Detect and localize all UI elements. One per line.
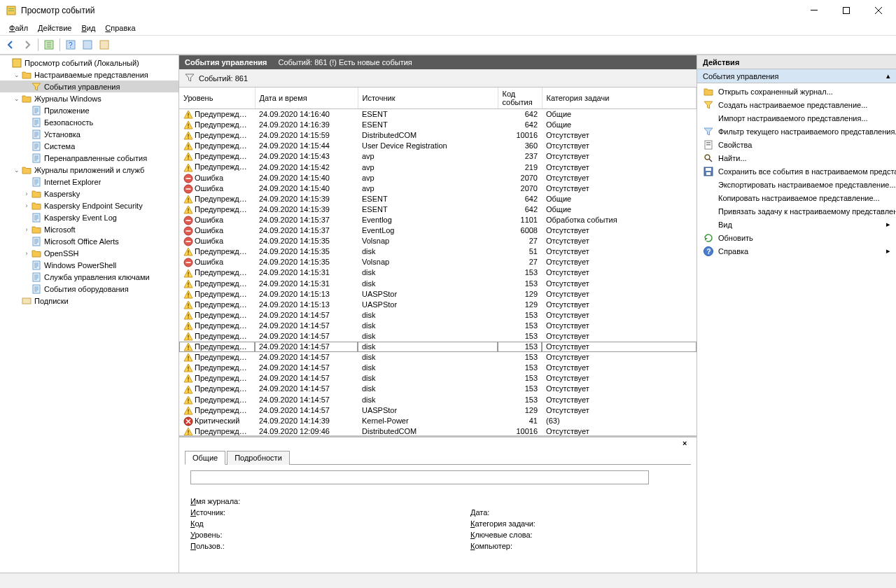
tree-app-logs[interactable]: ⌄ Журналы приложений и служб xyxy=(0,164,178,176)
tree-toggle-icon[interactable]: ⌄ xyxy=(13,71,21,78)
event-row[interactable]: Предупреждение 24.09.2020 14:15:42 avp 2… xyxy=(179,162,696,172)
event-row[interactable]: Предупреждение 24.09.2020 12:09:46 Distr… xyxy=(179,426,696,435)
event-row[interactable]: Предупреждение 24.09.2020 14:14:57 disk … xyxy=(179,395,696,405)
action-item[interactable]: Экспортировать настраиваемое представлен… xyxy=(697,178,896,191)
event-row[interactable]: Предупреждение 24.09.2020 14:15:31 disk … xyxy=(179,267,696,278)
event-row[interactable]: Ошибка 24.09.2020 14:15:40 avp 2070 Отсу… xyxy=(179,173,696,183)
tree-label: Kaspersky Event Log xyxy=(44,214,117,222)
details-body[interactable]: Имя журнала: Источник: Дата: Код Категор… xyxy=(179,465,696,573)
lbl-computer: Компьютер: xyxy=(470,542,610,550)
event-row[interactable]: Ошибка 24.09.2020 14:15:40 avp 2070 Отсу… xyxy=(179,183,696,194)
tree-toggle-icon[interactable]: › xyxy=(22,226,31,233)
event-row[interactable]: Предупреждение 24.09.2020 14:14:57 disk … xyxy=(179,342,696,352)
event-row[interactable]: Ошибка 24.09.2020 14:15:35 Volsnap 27 От… xyxy=(179,236,696,246)
tree-custom-views[interactable]: ⌄ Настраиваемые представления xyxy=(0,69,178,80)
event-row[interactable]: Предупреждение 24.09.2020 14:15:31 disk … xyxy=(179,279,696,289)
tree-toggle-icon[interactable]: ⌄ xyxy=(13,167,21,174)
event-row[interactable]: Предупреждение 24.09.2020 14:15:59 Distr… xyxy=(179,130,696,141)
event-row[interactable]: Предупреждение 24.09.2020 14:14:57 disk … xyxy=(179,331,696,342)
tree-item[interactable]: События оборудования xyxy=(0,283,178,295)
tab-details[interactable]: Подробности xyxy=(227,451,290,465)
tree-subscriptions[interactable]: Подписки xyxy=(0,295,178,307)
tree-item[interactable]: › OpenSSH xyxy=(0,247,178,259)
close-button[interactable] xyxy=(862,0,895,21)
event-row[interactable]: Ошибка 24.09.2020 14:15:37 Eventlog 1101… xyxy=(179,215,696,225)
tree-item[interactable]: Windows PowerShell xyxy=(0,259,178,271)
tree-item[interactable]: Система xyxy=(0,140,178,152)
maximize-button[interactable] xyxy=(830,0,862,21)
tree-toggle-icon[interactable]: › xyxy=(22,202,31,209)
toolbar-icon[interactable] xyxy=(97,37,112,52)
event-row[interactable]: Ошибка 24.09.2020 14:15:35 Volsnap 27 От… xyxy=(179,257,696,267)
col-header-code[interactable]: Код события xyxy=(498,88,542,109)
event-row[interactable]: Предупреждение 24.09.2020 14:15:13 UASPS… xyxy=(179,300,696,310)
menu-file[interactable]: Файл xyxy=(4,22,33,34)
col-header-category[interactable]: Категория задачи xyxy=(542,88,696,109)
actions-subheader[interactable]: События управления ▴ xyxy=(697,69,896,83)
event-row[interactable]: Предупреждение 24.09.2020 14:15:13 UASPS… xyxy=(179,289,696,300)
menu-view[interactable]: Вид xyxy=(76,22,100,34)
events-scroll[interactable]: Уровень Дата и время Источник Код событи… xyxy=(179,88,696,435)
event-row[interactable]: Предупреждение 24.09.2020 14:15:43 avp 2… xyxy=(179,151,696,162)
event-row[interactable]: Предупреждение 24.09.2020 14:15:35 disk … xyxy=(179,246,696,257)
event-row[interactable]: Ошибка 24.09.2020 14:15:37 EventLog 6008… xyxy=(179,225,696,236)
back-button[interactable] xyxy=(3,37,18,52)
show-tree-button[interactable] xyxy=(41,37,57,52)
tree-item[interactable]: Перенаправленные события xyxy=(0,152,178,164)
tree-toggle-icon[interactable]: ⌄ xyxy=(13,95,21,102)
action-item[interactable]: Копировать настраиваемое представление..… xyxy=(697,191,896,204)
tree-item[interactable]: Приложение xyxy=(0,104,178,116)
tree-item[interactable]: Microsoft Office Alerts xyxy=(0,235,178,247)
event-row[interactable]: Предупреждение 24.09.2020 14:14:57 UASPS… xyxy=(179,405,696,416)
col-header-level[interactable]: Уровень xyxy=(179,88,255,109)
event-row[interactable]: Предупреждение 24.09.2020 14:15:39 ESENT… xyxy=(179,204,696,215)
event-row[interactable]: Предупреждение 24.09.2020 14:14:57 disk … xyxy=(179,321,696,331)
action-item[interactable]: Привязать задачу к настраиваемому предст… xyxy=(697,204,896,218)
tree-item[interactable]: Установка xyxy=(0,128,178,140)
minimize-button[interactable] xyxy=(798,0,830,21)
tree-toggle-icon[interactable]: › xyxy=(22,190,31,197)
action-item[interactable]: Сохранить все события в настраиваемом пр… xyxy=(697,164,896,178)
tree-item[interactable]: Безопасность xyxy=(0,116,178,128)
tree-item[interactable]: Kaspersky Event Log xyxy=(0,211,178,223)
col-header-datetime[interactable]: Дата и время xyxy=(255,88,358,109)
action-item[interactable]: Создать настраиваемое представление... xyxy=(697,98,896,111)
event-row[interactable]: Критический 24.09.2020 14:14:39 Kernel-P… xyxy=(179,416,696,426)
toolbar-icon[interactable] xyxy=(80,37,95,52)
col-header-source[interactable]: Источник xyxy=(358,88,498,109)
action-item[interactable]: Фильтр текущего настраиваемого представл… xyxy=(697,125,896,138)
action-item[interactable]: Обновить xyxy=(697,231,896,244)
help-button[interactable]: ? xyxy=(63,37,78,52)
tree-admin-events[interactable]: События управления xyxy=(0,80,178,92)
action-item[interactable]: Импорт настраиваемого представления... xyxy=(697,111,896,125)
forward-button[interactable] xyxy=(20,37,35,52)
event-row[interactable]: Предупреждение 24.09.2020 14:16:40 ESENT… xyxy=(179,109,696,120)
tree-toggle-icon[interactable]: › xyxy=(22,250,31,257)
tree-item[interactable]: › Kaspersky xyxy=(0,188,178,200)
tree-windows-logs[interactable]: ⌄ Журналы Windows xyxy=(0,92,178,104)
menu-help[interactable]: Справка xyxy=(100,22,140,34)
event-row[interactable]: Предупреждение 24.09.2020 14:14:57 disk … xyxy=(179,352,696,363)
tree-root[interactable]: Просмотр событий (Локальный) xyxy=(0,57,178,69)
action-item[interactable]: Вид ▸ xyxy=(697,218,896,231)
event-row[interactable]: Предупреждение 24.09.2020 14:16:39 ESENT… xyxy=(179,120,696,130)
event-row[interactable]: Предупреждение 24.09.2020 14:15:39 ESENT… xyxy=(179,194,696,204)
action-item[interactable]: ? Справка ▸ xyxy=(697,244,896,258)
tree-item[interactable]: › Microsoft xyxy=(0,223,178,235)
event-row[interactable]: Предупреждение 24.09.2020 14:15:44 User … xyxy=(179,141,696,151)
event-row[interactable]: Предупреждение 24.09.2020 14:14:57 disk … xyxy=(179,373,696,384)
event-row[interactable]: Предупреждение 24.09.2020 14:14:57 disk … xyxy=(179,310,696,321)
tree-item[interactable]: › Kaspersky Endpoint Security xyxy=(0,200,178,211)
action-item[interactable]: Свойства xyxy=(697,138,896,151)
event-row[interactable]: Предупреждение 24.09.2020 14:14:57 disk … xyxy=(179,363,696,373)
tree-pane[interactable]: Просмотр событий (Локальный) ⌄ Настраива… xyxy=(0,55,179,573)
menu-action[interactable]: Действие xyxy=(33,22,76,34)
action-item[interactable]: Открыть сохраненный журнал... xyxy=(697,85,896,98)
tab-general[interactable]: Общие xyxy=(185,451,225,465)
tree-item[interactable]: Internet Explorer xyxy=(0,176,178,188)
event-row[interactable]: Предупреждение 24.09.2020 14:14:57 disk … xyxy=(179,384,696,394)
details-close-button[interactable]: × xyxy=(682,439,694,450)
action-item[interactable]: Найти... xyxy=(697,151,896,164)
tree-item[interactable]: Служба управления ключами xyxy=(0,271,178,283)
collapse-icon[interactable]: ▴ xyxy=(886,71,890,80)
